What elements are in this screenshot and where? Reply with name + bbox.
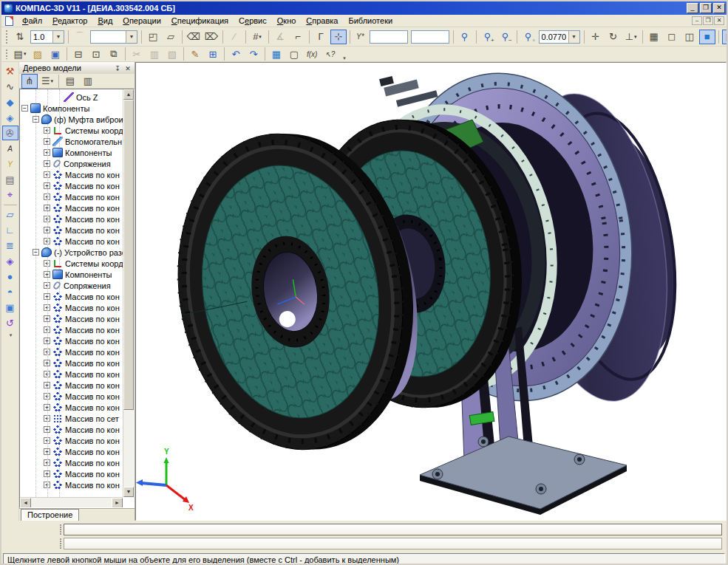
- display-hidden-removed-button[interactable]: ◻: [664, 30, 680, 44]
- move-axes-button[interactable]: ⌐: [290, 30, 306, 44]
- tree-horizontal-scrollbar[interactable]: ◄ ►: [20, 497, 123, 507]
- close-icon[interactable]: ✕: [123, 64, 133, 73]
- menu-item-вид[interactable]: Вид: [92, 15, 118, 27]
- display-wireframe-button[interactable]: ▦: [646, 30, 662, 44]
- zoom-area-button[interactable]: ⚲▫: [520, 30, 537, 44]
- menu-item-операции[interactable]: Операции: [118, 15, 166, 27]
- measure-button[interactable]: ⌖: [2, 188, 18, 202]
- plane-corner-button[interactable]: ∟: [2, 222, 18, 237]
- annotation-button[interactable]: A: [4, 141, 16, 156]
- menu-item-справка[interactable]: Справка: [301, 15, 343, 27]
- grid-toggle-button[interactable]: #▾: [249, 30, 265, 44]
- print-button[interactable]: ⊟: [70, 47, 86, 61]
- close-button[interactable]: ✕: [713, 3, 725, 13]
- zoom-out-button[interactable]: ⚲−: [497, 30, 514, 44]
- dome-surface-button[interactable]: ◓: [2, 284, 18, 299]
- save-document-button[interactable]: ▣: [47, 47, 64, 61]
- erase-all-button[interactable]: ⌦: [203, 30, 220, 44]
- snap-mode-button[interactable]: ⊹: [330, 30, 347, 44]
- mdi-restore-button[interactable]: ❐: [703, 16, 713, 25]
- pin-icon[interactable]: ↧: [112, 64, 123, 73]
- toolbar-grip[interactable]: [5, 49, 9, 59]
- bar-grip[interactable]: [59, 524, 62, 535]
- surface-copy-button[interactable]: ◈: [2, 110, 18, 125]
- toolbar-overflow-icon[interactable]: ▾: [4, 331, 18, 339]
- dropdown-arrow-icon[interactable]: ▾: [24, 51, 27, 57]
- display-hidden-thin-button[interactable]: ◫: [681, 30, 698, 44]
- scroll-right-icon[interactable]: ►: [112, 498, 123, 508]
- menu-item-сервис[interactable]: Сервис: [234, 15, 272, 27]
- document-properties-button[interactable]: ▢: [286, 47, 302, 61]
- restore-button[interactable]: ❐: [700, 3, 712, 13]
- tree-panel-header[interactable]: Дерево модели ↧ ✕: [19, 62, 135, 74]
- redo-button[interactable]: ↷: [245, 47, 262, 61]
- dropdown-arrow-icon[interactable]: ▼: [568, 31, 579, 43]
- sketch-mode-button[interactable]: ▱: [163, 30, 179, 44]
- property-bar[interactable]: [64, 524, 722, 535]
- filter-button[interactable]: Y: [4, 157, 16, 171]
- scroll-thumb[interactable]: [123, 100, 134, 410]
- undo-button[interactable]: ↶: [228, 47, 244, 61]
- coord-y-combo[interactable]: [411, 30, 449, 44]
- coords-mode-button[interactable]: Y*: [353, 30, 367, 44]
- print-preview-button[interactable]: ⊡: [88, 47, 104, 61]
- scroll-up-icon[interactable]: ▲: [123, 89, 134, 100]
- state-select-combo[interactable]: ▼: [90, 30, 137, 44]
- fx-button[interactable]: f(x): [304, 47, 320, 61]
- surface-button[interactable]: ◆: [2, 95, 18, 109]
- mdi-minimize-button[interactable]: –: [692, 16, 702, 25]
- plane-stack-button[interactable]: ≣: [2, 238, 18, 253]
- menu-item-редактор[interactable]: Редактор: [47, 15, 92, 27]
- erase-aux-button[interactable]: ⌫: [186, 30, 202, 44]
- minimize-button[interactable]: _: [687, 3, 698, 13]
- model-viewport[interactable]: Y X Z: [135, 62, 727, 521]
- dropdown-arrow-icon[interactable]: ▾: [259, 34, 262, 40]
- plane-button[interactable]: ▱: [2, 207, 18, 222]
- rotate-view-button[interactable]: ↻: [605, 30, 622, 44]
- tree-item[interactable]: −Компоненты: [20, 103, 123, 114]
- new-document-button[interactable]: ▤▾: [12, 47, 28, 61]
- display-shaded-button[interactable]: ■: [699, 30, 715, 44]
- orbit-button[interactable]: ↺: [2, 315, 18, 330]
- scroll-left-icon[interactable]: ◄: [20, 498, 31, 508]
- toolbar-overflow-icon[interactable]: ▾: [340, 47, 348, 61]
- zoom-frame-button[interactable]: ⚲: [457, 30, 473, 44]
- orientation-button[interactable]: ⊥▾: [623, 30, 639, 44]
- dropdown-arrow-icon[interactable]: ▾: [634, 34, 637, 40]
- menu-item-библиотеки[interactable]: Библиотеки: [344, 15, 398, 27]
- menu-item-окно[interactable]: Окно: [272, 15, 302, 27]
- display-shaded-edges-button[interactable]: ◧: [722, 30, 728, 44]
- tree-structure-button[interactable]: ⋔: [21, 74, 38, 89]
- context-help-button[interactable]: ↖?: [322, 47, 338, 61]
- zoom-value-combo[interactable]: 0.0770▼: [539, 30, 580, 44]
- edit-component-button[interactable]: ⚒: [2, 64, 18, 78]
- menu-item-файл[interactable]: Файл: [17, 15, 47, 27]
- menu-item-спецификация[interactable]: Спецификация: [166, 15, 234, 27]
- send-scan-button[interactable]: ⧉: [106, 47, 122, 61]
- step-value-combo[interactable]: 1.0▼: [30, 30, 64, 44]
- dropdown-arrow-icon[interactable]: ▾: [51, 78, 54, 84]
- toolbar-grip[interactable]: [5, 30, 9, 43]
- mates-button[interactable]: ✇: [2, 126, 18, 140]
- report-button[interactable]: ▤: [2, 172, 18, 187]
- variables-panel-button[interactable]: ▦: [268, 47, 285, 61]
- coord-x-combo[interactable]: [370, 30, 408, 44]
- pan-button[interactable]: ✛: [588, 30, 604, 44]
- doc-additional-button[interactable]: ▥: [80, 74, 96, 89]
- tree-vertical-scrollbar[interactable]: ▲ ▼: [123, 89, 134, 497]
- bar-grip[interactable]: [59, 538, 62, 549]
- plane-point-button[interactable]: ◈: [2, 253, 18, 268]
- local-frame-button[interactable]: ◰: [145, 30, 161, 44]
- dropdown-arrow-icon[interactable]: ▼: [126, 31, 137, 43]
- assembly-model[interactable]: [156, 63, 695, 515]
- ortho-mode-button[interactable]: Γ: [313, 30, 329, 44]
- dropdown-arrow-icon[interactable]: ▼: [52, 31, 64, 43]
- zoom-in-button[interactable]: ⚲+: [480, 30, 496, 44]
- spreadsheet-button[interactable]: ⊞: [205, 47, 221, 61]
- tab-construction[interactable]: Построение: [21, 509, 79, 521]
- expand-toggle[interactable]: −: [21, 105, 28, 112]
- sphere-surface-button[interactable]: ●: [2, 269, 18, 284]
- spline-button[interactable]: ∿: [2, 79, 18, 94]
- open-document-button[interactable]: ▨: [30, 47, 46, 61]
- mdi-close-button[interactable]: ✕: [714, 16, 724, 25]
